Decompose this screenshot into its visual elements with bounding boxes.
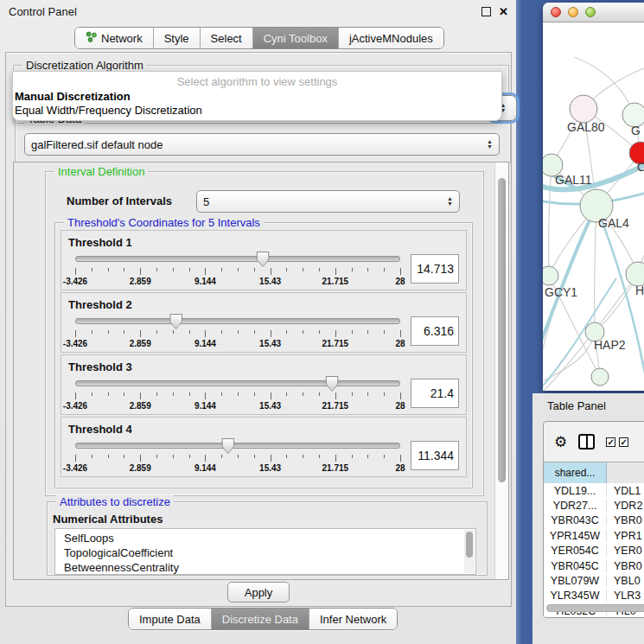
- table-row[interactable]: YDR27...YDR2: [544, 498, 644, 513]
- algorithm-option-equal-width[interactable]: Equal Width/Frequency Discretization: [15, 104, 202, 117]
- numerical-attributes-label: Numerical Attributes: [53, 513, 163, 526]
- number-of-intervals-combo[interactable]: 5 ▲▼: [196, 190, 460, 213]
- network-edge[interactable]: [549, 165, 552, 276]
- threshold-slider[interactable]: -3.4262.8599.14415.4321.71528: [75, 311, 400, 351]
- panel-scrollbar[interactable]: [494, 163, 508, 579]
- checkbox-icon[interactable]: ✓: [619, 437, 628, 447]
- table-row[interactable]: YER054CYER0: [544, 544, 644, 558]
- threshold-value-field[interactable]: 14.713: [411, 254, 459, 284]
- attribute-list-item[interactable]: BetweennessCentrality: [64, 560, 475, 575]
- panel-scrollbar-thumb[interactable]: [498, 178, 506, 482]
- table-horizontal-scrollbar[interactable]: [546, 604, 644, 612]
- gear-icon[interactable]: ⚙: [554, 435, 567, 450]
- network-node-label: GCY1: [545, 285, 577, 299]
- table-row[interactable]: YBR045CYBR0: [544, 558, 644, 573]
- network-edge[interactable]: [543, 332, 595, 381]
- tick-mark: [189, 455, 190, 458]
- table-panel-title: Table Panel: [547, 399, 606, 412]
- threshold-slider[interactable]: -3.4262.8599.14415.4321.71528: [75, 249, 400, 289]
- cell-shared-name: YBL079W: [544, 575, 607, 587]
- close-icon[interactable]: ✕: [499, 6, 508, 17]
- slider-thumb[interactable]: [257, 252, 270, 267]
- table-row[interactable]: YPR145WYPR1: [544, 528, 644, 543]
- slider-tick-labels: -3.4262.8599.14415.4321.71528: [75, 401, 400, 411]
- table-data-combo[interactable]: galFiltered.sif default node ▲▼: [24, 133, 500, 156]
- slider-track[interactable]: [75, 380, 400, 386]
- tick-mark: [205, 392, 206, 399]
- table-row[interactable]: YLR345WYLR3: [544, 589, 644, 603]
- tick-mark: [335, 268, 336, 275]
- tab-select[interactable]: Select: [200, 28, 252, 48]
- slider-ticks: [75, 330, 400, 338]
- slider-track[interactable]: [75, 443, 400, 449]
- tick-mark: [108, 455, 109, 458]
- tick-mark: [335, 392, 336, 399]
- tab-cyni-toolbox[interactable]: Cyni Toolbox: [252, 28, 338, 48]
- tick-label: 2.859: [130, 277, 151, 286]
- tick-mark: [140, 330, 141, 337]
- attributes-scrollbar[interactable]: [464, 530, 475, 573]
- threshold-row: Threshold 1-3.4262.8599.14415.4321.71528…: [61, 230, 467, 290]
- threshold-slider[interactable]: -3.4262.8599.14415.4321.71528: [75, 373, 400, 413]
- tick-mark: [221, 392, 222, 396]
- table-row[interactable]: YBR043CYBR0: [544, 513, 644, 528]
- attributes-scrollbar-thumb[interactable]: [466, 532, 473, 558]
- threshold-label: Threshold 3: [68, 360, 459, 373]
- tab-impute-data[interactable]: Impute Data: [129, 609, 211, 629]
- slider-track[interactable]: [75, 256, 400, 262]
- tick-label: 15.43: [259, 339, 281, 348]
- network-node-gal80[interactable]: [570, 95, 597, 123]
- attribute-list-item[interactable]: SelfLoops: [64, 531, 475, 545]
- network-window-titlebar: [543, 3, 644, 22]
- slider-thumb[interactable]: [326, 376, 339, 392]
- column-header-shared-name[interactable]: shared...: [544, 462, 607, 483]
- attribute-list-item[interactable]: TopologicalCoefficient: [64, 545, 475, 560]
- apply-button[interactable]: Apply: [227, 582, 290, 603]
- network-node-h[interactable]: [626, 262, 644, 286]
- tick-mark: [303, 392, 303, 396]
- algorithm-dropdown-popup: Select algorithm to view settings Manual…: [12, 71, 502, 121]
- slider-thumb[interactable]: [169, 314, 182, 329]
- checkbox-icon[interactable]: ✓: [606, 437, 615, 447]
- cell-shared-name: YER054C: [544, 545, 607, 557]
- tick-label: -3.426: [63, 277, 87, 286]
- tab-discretize-data[interactable]: Discretize Data: [211, 609, 309, 629]
- tick-mark: [352, 268, 353, 271]
- table-row[interactable]: YDL19...YDL1: [544, 483, 644, 498]
- tick-mark: [238, 268, 239, 271]
- zoom-traffic-light-icon[interactable]: [585, 7, 596, 17]
- column-header-name[interactable]: n: [607, 462, 644, 483]
- close-traffic-light-icon[interactable]: [551, 7, 561, 17]
- tab-style[interactable]: Style: [153, 28, 200, 48]
- tick-mark: [140, 268, 141, 275]
- algorithm-option-manual[interactable]: Manual Discretization: [15, 90, 131, 103]
- network-node[interactable]: [591, 368, 609, 386]
- tick-label: 9.144: [194, 277, 216, 286]
- float-window-icon[interactable]: [481, 7, 491, 16]
- tick-label: 9.144: [194, 339, 216, 348]
- tab-jactivemnodules[interactable]: jActiveMNodules: [338, 28, 443, 48]
- cell-name: YER0: [607, 545, 644, 557]
- numerical-attributes-list[interactable]: SelfLoopsTopologicalCoefficientBetweenne…: [54, 528, 476, 575]
- threshold-value-field[interactable]: 6.316: [411, 316, 459, 346]
- tab-infer-network[interactable]: Infer Network: [309, 609, 397, 629]
- threshold-label: Threshold 4: [68, 423, 459, 436]
- cell-name: YBR0: [607, 560, 644, 572]
- thresholds-legend: Threshold's Coordinates for 5 Intervals: [64, 216, 264, 229]
- slider-ticks: [75, 268, 400, 276]
- table-horizontal-scrollbar-thumb[interactable]: [546, 604, 644, 612]
- split-columns-icon[interactable]: [578, 434, 595, 450]
- tab-network[interactable]: Network: [75, 28, 153, 48]
- slider-thumb[interactable]: [221, 438, 234, 454]
- network-node-gcy1[interactable]: [543, 266, 558, 285]
- tick-mark: [254, 268, 255, 271]
- threshold-slider[interactable]: -3.4262.8599.14415.4321.71528: [75, 436, 400, 475]
- slider-track[interactable]: [75, 318, 400, 324]
- threshold-value-field[interactable]: 21.4: [411, 379, 459, 408]
- tick-mark: [254, 392, 255, 396]
- threshold-value-field[interactable]: 11.344: [411, 441, 459, 470]
- minimize-traffic-light-icon[interactable]: [568, 7, 578, 17]
- network-canvas[interactable]: GAL80GCGAL11GAL4GCY1HHAP2: [543, 22, 644, 391]
- table-row[interactable]: YBL079WYBL0: [544, 573, 644, 588]
- slider-ticks: [75, 392, 400, 400]
